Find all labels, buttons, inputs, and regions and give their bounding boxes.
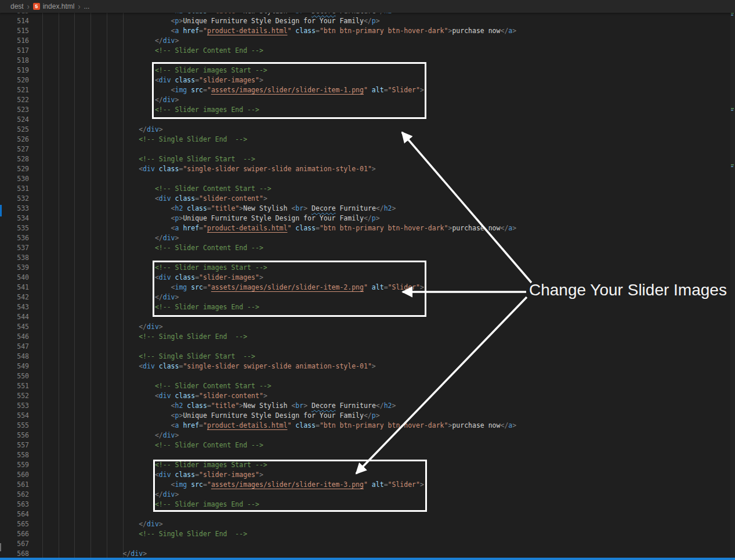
line-content[interactable]: <!-- Slider Content End --> xyxy=(29,46,263,56)
line-number[interactable]: 537 xyxy=(0,243,29,253)
breadcrumb-ellipsis[interactable]: ... xyxy=(84,0,89,13)
line-number[interactable]: 521 xyxy=(0,85,29,95)
code-line[interactable]: 536 </div> xyxy=(0,233,735,243)
breadcrumb-item-file[interactable]: index.html xyxy=(43,0,75,13)
line-content[interactable] xyxy=(29,56,42,66)
line-content[interactable]: <!-- Single Slider End --> xyxy=(29,529,247,539)
line-number[interactable]: 540 xyxy=(0,273,29,283)
code-line[interactable]: 532 <div class="slider-content"> xyxy=(0,194,735,204)
line-number[interactable]: 524 xyxy=(0,115,29,125)
line-number[interactable]: 535 xyxy=(0,223,29,233)
code-line[interactable]: 549 <div class="single-slider swiper-sli… xyxy=(0,362,735,371)
code-line[interactable]: 555 <a href="product-details.html" class… xyxy=(0,421,735,431)
line-number[interactable]: 550 xyxy=(0,371,29,381)
code-line[interactable]: 554 <p>Unique Furniture Style Design for… xyxy=(0,411,735,421)
line-number[interactable]: 531 xyxy=(0,184,29,194)
line-number[interactable]: 522 xyxy=(0,95,29,105)
line-number[interactable]: 549 xyxy=(0,362,29,371)
code-line[interactable]: 537 <!-- Slider Content End --> xyxy=(0,243,735,253)
code-line[interactable]: 558 xyxy=(0,450,735,460)
line-content[interactable] xyxy=(29,144,42,154)
line-content[interactable]: <!-- Slider Content End --> xyxy=(29,243,263,253)
line-number[interactable]: 565 xyxy=(0,519,29,529)
line-content[interactable]: <!-- Single Slider Start --> xyxy=(29,154,255,164)
line-content[interactable] xyxy=(29,371,42,381)
line-content[interactable]: </div> xyxy=(29,519,163,529)
code-line[interactable]: 567 xyxy=(0,539,735,549)
line-number[interactable]: 538 xyxy=(0,253,29,263)
line-number[interactable]: 561 xyxy=(0,480,29,490)
line-number[interactable]: 566 xyxy=(0,529,29,539)
line-content[interactable] xyxy=(29,174,42,184)
line-number[interactable]: 558 xyxy=(0,450,29,460)
line-content[interactable]: <p>Unique Furniture Style Design for You… xyxy=(29,411,380,421)
line-number[interactable]: 545 xyxy=(0,322,29,332)
line-content[interactable]: <!-- Slider Content Start --> xyxy=(29,381,271,391)
line-content[interactable]: <!-- Single Slider End --> xyxy=(29,135,247,144)
line-number[interactable]: 514 xyxy=(0,16,29,26)
line-number[interactable]: 523 xyxy=(0,105,29,115)
code-line[interactable]: 550 xyxy=(0,371,735,381)
code-line[interactable]: 551 <!-- Slider Content Start --> xyxy=(0,381,735,391)
line-number[interactable]: 546 xyxy=(0,332,29,342)
line-content[interactable]: <a href="product-details.html" class="bt… xyxy=(29,223,516,233)
line-content[interactable]: <p>Unique Furniture Style Design for You… xyxy=(29,214,380,223)
code-line[interactable]: 531 <!-- Slider Content Start --> xyxy=(0,184,735,194)
line-number[interactable]: 544 xyxy=(0,312,29,322)
line-number[interactable]: 567 xyxy=(0,539,29,549)
line-number[interactable]: 520 xyxy=(0,75,29,85)
line-number[interactable]: 554 xyxy=(0,411,29,421)
line-number[interactable]: 517 xyxy=(0,46,29,56)
line-number[interactable]: 534 xyxy=(0,214,29,223)
line-content[interactable]: <a href="product-details.html" class="bt… xyxy=(29,421,516,431)
code-line[interactable]: 517 <!-- Slider Content End --> xyxy=(0,46,735,56)
line-number[interactable]: 559 xyxy=(0,460,29,470)
code-line[interactable]: 552 <div class="slider-content"> xyxy=(0,391,735,401)
line-number[interactable]: 528 xyxy=(0,154,29,164)
line-content[interactable]: <!-- Slider Content Start --> xyxy=(29,184,271,194)
line-number[interactable]: 562 xyxy=(0,490,29,500)
line-content[interactable]: <h2 class="title">New Stylish <br> Decor… xyxy=(29,204,396,214)
line-content[interactable]: </div> xyxy=(29,322,163,332)
line-number[interactable]: 530 xyxy=(0,174,29,184)
code-line[interactable]: 565 </div> xyxy=(0,519,735,529)
minimap[interactable] xyxy=(730,13,735,558)
line-number[interactable]: 557 xyxy=(0,440,29,450)
line-number[interactable]: 518 xyxy=(0,56,29,66)
line-number[interactable]: 563 xyxy=(0,500,29,510)
line-content[interactable] xyxy=(29,539,42,549)
breadcrumb-item-folder[interactable]: dest xyxy=(10,0,24,13)
line-number[interactable]: 541 xyxy=(0,283,29,292)
line-content[interactable]: <h2 class="title">New Stylish <br> Decor… xyxy=(29,401,396,411)
code-line[interactable]: 545 </div> xyxy=(0,322,735,332)
code-line[interactable]: 535 <a href="product-details.html" class… xyxy=(0,223,735,233)
line-number[interactable]: 529 xyxy=(0,164,29,174)
line-content[interactable]: </div> xyxy=(29,36,179,46)
line-number[interactable]: 526 xyxy=(0,135,29,144)
line-number[interactable]: 539 xyxy=(0,263,29,273)
line-content[interactable] xyxy=(29,510,42,519)
code-line[interactable]: 514 <p>Unique Furniture Style Design for… xyxy=(0,16,735,26)
line-number[interactable]: 543 xyxy=(0,302,29,312)
code-line[interactable]: 525 </div> xyxy=(0,125,735,135)
line-number[interactable]: 527 xyxy=(0,144,29,154)
line-number[interactable]: 536 xyxy=(0,233,29,243)
line-content[interactable]: <div class="single-slider swiper-slide a… xyxy=(29,362,376,371)
line-number[interactable]: 533 xyxy=(0,204,29,214)
line-content[interactable]: </div> xyxy=(29,233,179,243)
code-line[interactable]: 533 <h2 class="title">New Stylish <br> D… xyxy=(0,204,735,214)
line-number[interactable]: 519 xyxy=(0,66,29,75)
line-content[interactable]: <div class="slider-content"> xyxy=(29,194,267,204)
line-content[interactable] xyxy=(29,342,42,352)
line-content[interactable]: <!-- Single Slider End --> xyxy=(29,332,247,342)
line-content[interactable] xyxy=(29,312,42,322)
line-content[interactable]: </div> xyxy=(29,431,179,440)
code-line[interactable]: 553 <h2 class="title">New Stylish <br> D… xyxy=(0,401,735,411)
line-content[interactable]: <a href="product-details.html" class="bt… xyxy=(29,26,516,36)
code-line[interactable]: 529 <div class="single-slider swiper-sli… xyxy=(0,164,735,174)
line-content[interactable]: <!-- Slider Content End --> xyxy=(29,440,263,450)
code-line[interactable]: 557 <!-- Slider Content End --> xyxy=(0,440,735,450)
line-number[interactable]: 564 xyxy=(0,510,29,519)
line-number[interactable]: 560 xyxy=(0,470,29,480)
line-content[interactable]: <div class="slider-content"> xyxy=(29,391,267,401)
